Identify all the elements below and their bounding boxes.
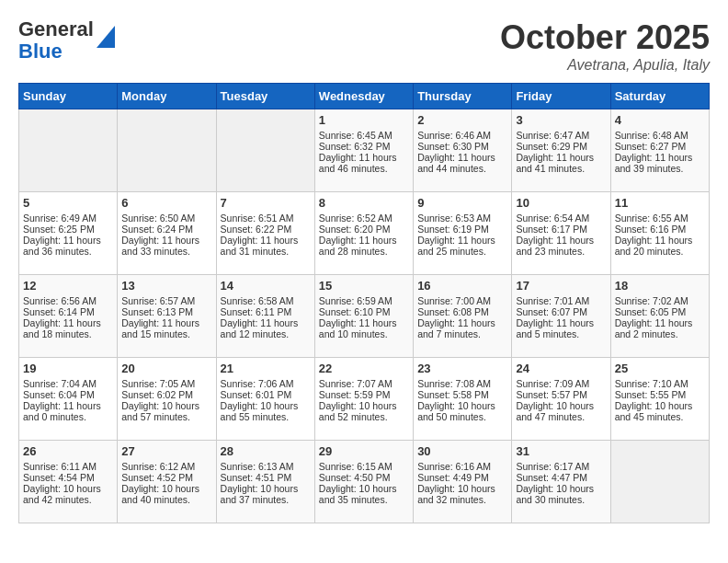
sunset-text: Sunset: 4:47 PM	[516, 472, 606, 483]
sunset-text: Sunset: 6:13 PM	[121, 306, 211, 317]
day-cell: 16Sunrise: 7:00 AMSunset: 6:08 PMDayligh…	[414, 275, 512, 358]
daylight-text: Daylight: 11 hours and 28 minutes.	[319, 235, 409, 257]
sunrise-text: Sunrise: 6:47 AM	[516, 130, 606, 141]
sunset-text: Sunset: 6:04 PM	[23, 389, 113, 400]
day-cell: 17Sunrise: 7:01 AMSunset: 6:07 PMDayligh…	[512, 275, 610, 358]
sunset-text: Sunset: 5:55 PM	[615, 389, 705, 400]
sunset-text: Sunset: 6:19 PM	[417, 224, 507, 235]
daylight-text: Daylight: 10 hours and 55 minutes.	[221, 400, 311, 422]
day-number: 12	[23, 279, 113, 293]
sunset-text: Sunset: 4:49 PM	[417, 472, 507, 483]
day-cell: 21Sunrise: 7:06 AMSunset: 6:01 PMDayligh…	[216, 358, 314, 441]
daylight-text: Daylight: 10 hours and 40 minutes.	[121, 483, 211, 505]
sunset-text: Sunset: 5:57 PM	[516, 389, 606, 400]
sunrise-text: Sunrise: 6:51 AM	[221, 213, 311, 224]
daylight-text: Daylight: 11 hours and 20 minutes.	[615, 235, 705, 257]
day-number: 2	[417, 113, 507, 127]
day-cell	[19, 109, 118, 192]
sunrise-text: Sunrise: 6:45 AM	[319, 130, 409, 141]
day-number: 30	[417, 444, 507, 458]
sunset-text: Sunset: 6:02 PM	[121, 389, 211, 400]
day-number: 29	[319, 444, 409, 458]
day-cell: 25Sunrise: 7:10 AMSunset: 5:55 PMDayligh…	[610, 358, 709, 441]
day-cell: 19Sunrise: 7:04 AMSunset: 6:04 PMDayligh…	[19, 358, 118, 441]
sunset-text: Sunset: 6:29 PM	[516, 141, 606, 152]
sunset-text: Sunset: 6:01 PM	[221, 389, 311, 400]
day-cell: 24Sunrise: 7:09 AMSunset: 5:57 PMDayligh…	[512, 358, 610, 441]
day-cell: 8Sunrise: 6:52 AMSunset: 6:20 PMDaylight…	[314, 192, 413, 275]
sunset-text: Sunset: 6:32 PM	[319, 141, 409, 152]
daylight-text: Daylight: 10 hours and 30 minutes.	[516, 483, 606, 505]
day-number: 20	[121, 362, 211, 375]
day-number: 9	[417, 196, 507, 210]
day-number: 7	[221, 196, 311, 210]
sunset-text: Sunset: 4:51 PM	[221, 472, 311, 483]
daylight-text: Daylight: 10 hours and 47 minutes.	[516, 400, 606, 422]
header-wednesday: Wednesday	[314, 84, 413, 109]
daylight-text: Daylight: 10 hours and 42 minutes.	[23, 483, 113, 505]
sunrise-text: Sunrise: 7:08 AM	[417, 378, 507, 389]
header-monday: Monday	[118, 84, 216, 109]
day-cell: 15Sunrise: 6:59 AMSunset: 6:10 PMDayligh…	[314, 275, 413, 358]
sunset-text: Sunset: 6:27 PM	[615, 141, 705, 152]
day-cell: 6Sunrise: 6:50 AMSunset: 6:24 PMDaylight…	[118, 192, 216, 275]
sunset-text: Sunset: 6:16 PM	[615, 224, 705, 235]
sunrise-text: Sunrise: 7:05 AM	[121, 378, 211, 389]
day-number: 11	[615, 196, 705, 210]
daylight-text: Daylight: 11 hours and 44 minutes.	[417, 152, 507, 174]
logo: General Blue	[18, 18, 115, 63]
daylight-text: Daylight: 10 hours and 37 minutes.	[221, 483, 311, 505]
day-cell: 5Sunrise: 6:49 AMSunset: 6:25 PMDaylight…	[19, 192, 118, 275]
daylight-text: Daylight: 11 hours and 39 minutes.	[615, 152, 705, 174]
sunrise-text: Sunrise: 6:53 AM	[417, 213, 507, 224]
daylight-text: Daylight: 11 hours and 10 minutes.	[319, 317, 409, 339]
daylight-text: Daylight: 10 hours and 57 minutes.	[121, 400, 211, 422]
calendar-header-row: SundayMondayTuesdayWednesdayThursdayFrid…	[19, 84, 710, 109]
daylight-text: Daylight: 11 hours and 0 minutes.	[23, 400, 113, 422]
day-number: 28	[221, 444, 311, 458]
day-cell: 3Sunrise: 6:47 AMSunset: 6:29 PMDaylight…	[512, 109, 610, 192]
sunrise-text: Sunrise: 6:11 AM	[23, 461, 113, 472]
logo-text: General Blue	[18, 18, 115, 63]
logo-blue: Blue	[18, 40, 63, 63]
day-cell: 4Sunrise: 6:48 AMSunset: 6:27 PMDaylight…	[610, 109, 709, 192]
daylight-text: Daylight: 11 hours and 12 minutes.	[221, 317, 311, 339]
sunset-text: Sunset: 6:25 PM	[23, 224, 113, 235]
day-number: 23	[417, 362, 507, 375]
sunrise-text: Sunrise: 6:55 AM	[615, 213, 705, 224]
daylight-text: Daylight: 10 hours and 45 minutes.	[615, 400, 705, 422]
sunset-text: Sunset: 6:07 PM	[516, 306, 606, 317]
day-cell	[216, 109, 314, 192]
title-block: October 2025 Avetrana, Apulia, Italy	[500, 18, 710, 74]
header-tuesday: Tuesday	[216, 84, 314, 109]
sunrise-text: Sunrise: 7:06 AM	[221, 378, 311, 389]
daylight-text: Daylight: 11 hours and 7 minutes.	[417, 317, 507, 339]
daylight-text: Daylight: 11 hours and 23 minutes.	[516, 235, 606, 257]
sunset-text: Sunset: 6:14 PM	[23, 306, 113, 317]
sunrise-text: Sunrise: 6:15 AM	[319, 461, 409, 472]
day-cell: 12Sunrise: 6:56 AMSunset: 6:14 PMDayligh…	[19, 275, 118, 358]
daylight-text: Daylight: 11 hours and 5 minutes.	[516, 317, 606, 339]
sunset-text: Sunset: 6:11 PM	[221, 306, 311, 317]
sunset-text: Sunset: 6:05 PM	[615, 306, 705, 317]
sunset-text: Sunset: 5:58 PM	[417, 389, 507, 400]
sunrise-text: Sunrise: 6:16 AM	[417, 461, 507, 472]
svg-marker-0	[97, 26, 115, 48]
sunrise-text: Sunrise: 6:59 AM	[319, 295, 409, 306]
sunrise-text: Sunrise: 6:58 AM	[221, 295, 311, 306]
day-cell: 9Sunrise: 6:53 AMSunset: 6:19 PMDaylight…	[414, 192, 512, 275]
day-cell: 31Sunrise: 6:17 AMSunset: 4:47 PMDayligh…	[512, 441, 610, 523]
sunrise-text: Sunrise: 7:07 AM	[319, 378, 409, 389]
day-cell: 10Sunrise: 6:54 AMSunset: 6:17 PMDayligh…	[512, 192, 610, 275]
header-saturday: Saturday	[610, 84, 709, 109]
daylight-text: Daylight: 11 hours and 15 minutes.	[121, 317, 211, 339]
day-number: 15	[319, 279, 409, 293]
sunset-text: Sunset: 6:24 PM	[121, 224, 211, 235]
day-number: 19	[23, 362, 113, 375]
daylight-text: Daylight: 11 hours and 33 minutes.	[121, 235, 211, 257]
day-cell: 26Sunrise: 6:11 AMSunset: 4:54 PMDayligh…	[19, 441, 118, 523]
sunrise-text: Sunrise: 6:46 AM	[417, 130, 507, 141]
daylight-text: Daylight: 11 hours and 41 minutes.	[516, 152, 606, 174]
sunset-text: Sunset: 6:08 PM	[417, 306, 507, 317]
logo-general: General	[18, 17, 94, 40]
